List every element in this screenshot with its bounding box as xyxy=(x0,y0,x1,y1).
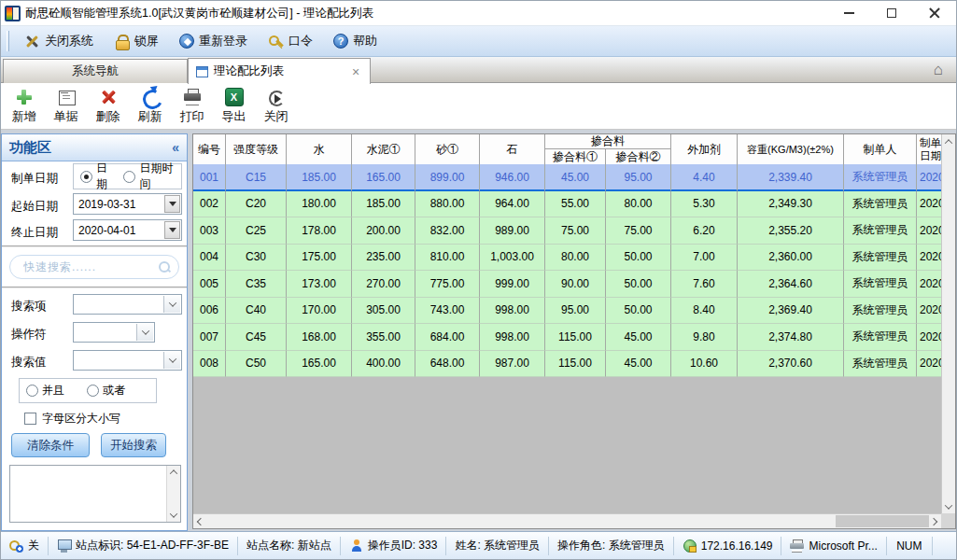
column-header-strength[interactable]: 强度等级 xyxy=(226,134,287,164)
menu-password[interactable]: 口令 xyxy=(261,30,319,52)
table-cell: 989.00 xyxy=(480,217,545,245)
print-button[interactable]: 打印 xyxy=(171,88,213,125)
column-header-additive[interactable]: 外加剂 xyxy=(671,134,738,164)
search-field-combobox[interactable] xyxy=(73,294,182,315)
close-button[interactable] xyxy=(913,1,956,25)
add-icon xyxy=(15,88,34,106)
column-header-admixture1[interactable]: 掺合料① xyxy=(545,149,606,164)
table-cell: 2,339.40 xyxy=(738,164,844,191)
scroll-down-icon[interactable] xyxy=(942,499,955,513)
column-header-stone[interactable]: 石 xyxy=(480,134,545,164)
menu-help[interactable]: 帮助 xyxy=(327,30,384,52)
logic-group: 并且 或者 xyxy=(19,378,157,403)
table-cell: 899.00 xyxy=(415,164,480,191)
scroll-up-icon[interactable] xyxy=(167,466,180,479)
search-result-listbox[interactable] xyxy=(9,465,181,523)
start-search-button[interactable]: 开始搜索 xyxy=(101,433,166,457)
column-header-id[interactable]: 编号 xyxy=(193,134,226,164)
radio-datetime[interactable]: 日期时间 xyxy=(123,161,175,192)
scroll-down-icon[interactable] xyxy=(167,509,180,522)
add-button[interactable]: 新增 xyxy=(3,88,45,125)
table-row[interactable]: 008C50165.00400.00648.00987.00115.0045.0… xyxy=(193,351,941,378)
scroll-right-icon[interactable] xyxy=(926,514,941,528)
column-header-water[interactable]: 水 xyxy=(287,134,352,164)
table-cell: 90.00 xyxy=(545,271,606,298)
close-view-button[interactable]: 关闭 xyxy=(255,88,297,125)
home-icon xyxy=(934,61,943,78)
clear-conditions-button[interactable]: 清除条件 xyxy=(11,433,90,457)
table-row[interactable]: 002C20180.00185.00880.00964.0055.0080.00… xyxy=(193,191,941,218)
table-cell: C25 xyxy=(226,217,287,245)
table-cell: 2,364.60 xyxy=(738,271,844,298)
column-header-admixture2[interactable]: 掺合料② xyxy=(606,149,671,164)
table-cell: 005 xyxy=(193,271,226,298)
export-button[interactable]: 导出 xyxy=(213,88,255,125)
dropdown-chevron-icon[interactable] xyxy=(136,324,153,341)
dropdown-chevron-icon[interactable] xyxy=(163,352,180,369)
document-button[interactable]: 单据 xyxy=(45,88,87,125)
key-gear-icon xyxy=(9,539,23,553)
horizontal-scrollbar[interactable] xyxy=(193,513,941,528)
dropdown-arrow-icon[interactable] xyxy=(164,221,180,239)
search-icon[interactable] xyxy=(158,260,171,273)
tab-system-navigation[interactable]: 系统导航 xyxy=(3,59,188,83)
column-group-header[interactable]: 掺合料 xyxy=(545,134,671,149)
quick-search-box[interactable] xyxy=(9,255,179,279)
listbox-scrollbar[interactable] xyxy=(166,466,180,522)
scrollbar-thumb[interactable] xyxy=(836,515,929,527)
menu-toolbar: 关闭系统 锁屏 重新登录 口令 帮助 xyxy=(1,25,956,57)
table-cell: 999.00 xyxy=(480,271,545,298)
column-header-density[interactable]: 容重(KG/M3)(±2%) xyxy=(738,134,844,164)
table-cell: 2020 xyxy=(917,191,941,218)
menu-label: 锁屏 xyxy=(134,33,159,49)
start-date-value: 2019-03-31 xyxy=(78,198,135,211)
table-cell: 2020 xyxy=(917,351,941,378)
table-cell: 2020 xyxy=(917,271,941,298)
end-date-combobox[interactable]: 2020-04-01 xyxy=(73,219,182,241)
quick-search-input[interactable] xyxy=(23,260,158,273)
case-sensitive-checkbox[interactable]: 字母区分大小写 xyxy=(24,411,120,427)
column-header-date[interactable]: 制单日期 xyxy=(917,134,941,164)
scroll-left-icon[interactable] xyxy=(193,514,208,528)
table-cell: 系统管理员 xyxy=(844,217,917,245)
refresh-button[interactable]: 刷新 xyxy=(129,88,171,125)
table-cell: 2,369.40 xyxy=(738,298,844,325)
document-icon xyxy=(57,88,76,106)
radio-or[interactable]: 或者 xyxy=(87,383,125,399)
tab-theoretical-mix-list[interactable]: 理论配比列表 xyxy=(188,58,371,84)
table-cell: 50.00 xyxy=(606,298,671,325)
mix-ratio-table: 编号 强度等级 水 水泥① 砂① 石 掺合料 掺合料① 掺合料② 外加剂 容重(… xyxy=(192,133,956,529)
maximize-button[interactable] xyxy=(870,1,913,25)
minimize-button[interactable] xyxy=(827,1,870,25)
table-row[interactable]: 003C25178.00200.00832.00989.0075.0075.00… xyxy=(193,217,941,245)
table-row[interactable]: 006C40170.00305.00743.00998.0095.0050.00… xyxy=(193,298,941,325)
table-row[interactable]: 005C35173.00270.00775.00999.0090.0050.00… xyxy=(193,271,941,298)
delete-button[interactable]: 删除 xyxy=(87,88,129,125)
start-date-combobox[interactable]: 2019-03-31 xyxy=(73,193,182,215)
menu-lock-screen[interactable]: 锁屏 xyxy=(107,30,165,52)
scroll-up-icon[interactable] xyxy=(942,134,955,148)
radio-date[interactable]: 日期 xyxy=(80,161,112,192)
menu-label: 帮助 xyxy=(353,33,377,49)
radio-and[interactable]: 并且 xyxy=(26,383,64,399)
column-header-sand[interactable]: 砂① xyxy=(415,134,480,164)
table-row[interactable]: 007C45168.00355.00684.00998.00115.0045.0… xyxy=(193,324,941,351)
collapse-panel-icon[interactable]: « xyxy=(172,140,179,155)
vertical-scrollbar[interactable] xyxy=(941,134,955,513)
menu-relogin[interactable]: 重新登录 xyxy=(173,30,254,52)
dropdown-arrow-icon[interactable] xyxy=(164,195,180,213)
search-value-combobox[interactable] xyxy=(73,350,182,371)
password-icon xyxy=(268,34,284,49)
column-header-creator[interactable]: 制单人 xyxy=(844,134,917,164)
table-cell: 80.00 xyxy=(545,245,606,272)
table-row[interactable]: 004C30175.00235.00810.001,003.0080.0050.… xyxy=(193,245,941,272)
tab-close-icon[interactable] xyxy=(349,65,362,78)
operator-combobox[interactable] xyxy=(73,322,155,343)
table-cell: 系统管理员 xyxy=(844,164,917,191)
separator xyxy=(2,287,187,289)
column-header-cement[interactable]: 水泥① xyxy=(352,134,415,164)
table-row[interactable]: 001C15185.00165.00899.00946.0045.0095.00… xyxy=(193,164,941,191)
menu-close-system[interactable]: 关闭系统 xyxy=(18,30,100,52)
home-button[interactable] xyxy=(928,61,949,79)
dropdown-chevron-icon[interactable] xyxy=(163,296,180,313)
